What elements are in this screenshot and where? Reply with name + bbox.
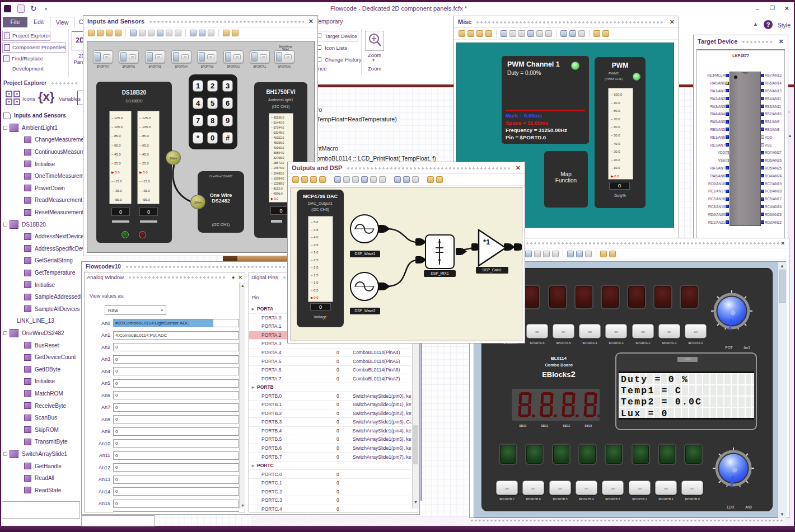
svg-text:*1: *1 bbox=[483, 238, 490, 246]
